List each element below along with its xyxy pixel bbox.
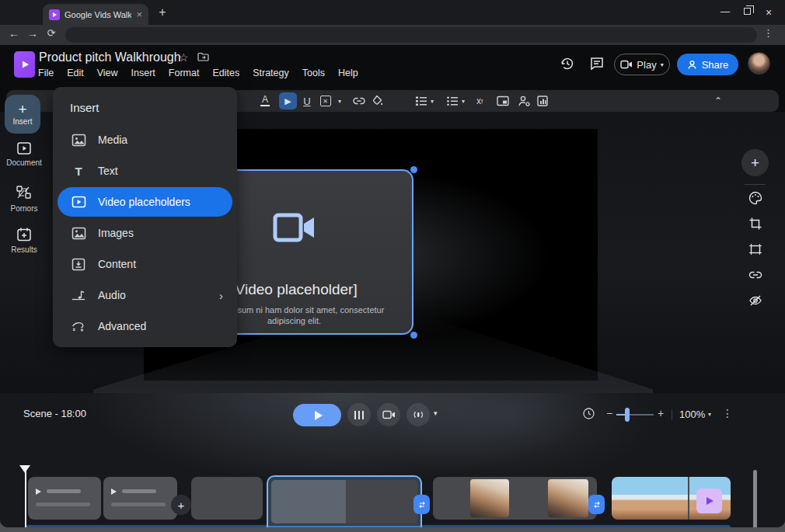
timeline-clip-slide-2[interactable] <box>103 477 177 520</box>
menu-item-audio[interactable]: Audio › <box>53 280 237 311</box>
selected-clip-audio <box>268 526 420 527</box>
sidebar-item-document[interactable]: Document <box>0 141 48 167</box>
menu-item-media[interactable]: Media <box>53 124 237 155</box>
menu-edit[interactable]: Edit <box>67 68 84 78</box>
new-tab-button[interactable]: + <box>155 5 169 19</box>
person-settings-icon[interactable] <box>515 90 532 112</box>
selection-handle[interactable] <box>410 332 417 339</box>
menu-format[interactable]: Format <box>169 68 200 78</box>
insert-menu: Insert Media T Text Video placeholders I… <box>53 87 237 347</box>
sidebar-item-label: Results <box>11 245 37 254</box>
record-video-button[interactable] <box>377 403 400 426</box>
stock-video-tile <box>696 489 722 513</box>
numbered-list-icon[interactable] <box>413 90 429 112</box>
menu-file[interactable]: File <box>38 68 54 78</box>
menu-item-video-placeholders[interactable]: Video placeholders <box>53 186 237 217</box>
record-options-caret-icon[interactable]: ▾ <box>434 409 438 417</box>
forward-icon[interactable]: → <box>25 27 40 40</box>
menu-view[interactable]: View <box>97 68 118 78</box>
timeline-menu-icon[interactable]: ⋮ <box>722 407 733 419</box>
star-icon[interactable]: ☆ <box>179 51 189 64</box>
move-folder-icon[interactable] <box>197 52 209 61</box>
text-color-icon[interactable]: A <box>258 90 272 112</box>
sidebar-item-label: Insert <box>12 117 32 126</box>
play-icon <box>706 497 713 505</box>
vertical-scrollbar[interactable] <box>753 470 757 527</box>
timeline-duration-icon[interactable] <box>582 407 595 420</box>
reload-icon[interactable]: ⟳ <box>44 27 59 39</box>
sidebar-item-results[interactable]: Results <box>0 227 48 254</box>
underline-icon[interactable]: U <box>300 90 314 112</box>
images-icon <box>70 227 87 240</box>
sidebar-item-pornors[interactable]: Pornors <box>0 184 48 213</box>
text-box-icon[interactable]: ✕ <box>319 90 332 112</box>
share-button[interactable]: Share <box>677 54 738 75</box>
timeline-clip-video-2[interactable] <box>612 477 731 520</box>
picture-in-picture-icon[interactable] <box>495 90 511 112</box>
timeline-clip-empty[interactable] <box>191 477 263 520</box>
zoom-slider-handle[interactable] <box>625 408 630 422</box>
tab-title: Google Vids Walkthrough <box>65 10 131 19</box>
timeline-clip-video-1[interactable] <box>433 477 597 520</box>
window-minimize-button[interactable]: — <box>719 6 731 17</box>
sidebar-item-insert[interactable]: + Insert <box>5 95 40 134</box>
add-clip-button[interactable]: + <box>171 495 191 515</box>
menu-tools[interactable]: Tools <box>302 68 325 78</box>
zoom-value[interactable]: 100% <box>679 409 705 420</box>
add-scene-button[interactable]: + <box>741 149 769 176</box>
zoom-caret-icon[interactable]: ▾ <box>708 411 711 418</box>
text-box-caret-icon[interactable]: ▾ <box>336 90 344 112</box>
menu-item-content[interactable]: Content <box>53 249 237 280</box>
version-history-icon[interactable] <box>559 55 576 72</box>
transition-badge[interactable] <box>413 495 430 514</box>
zoom-slider[interactable] <box>616 414 654 416</box>
collapse-toolbar-icon[interactable]: ⌃ <box>710 90 727 112</box>
browser-tab[interactable]: Google Vids Walkthrough × <box>43 4 148 25</box>
transition-badge[interactable] <box>588 495 605 514</box>
zoom-in-button[interactable]: + <box>658 407 664 419</box>
divider <box>672 409 672 420</box>
fill-color-icon[interactable] <box>370 90 386 112</box>
resize-frame-icon[interactable] <box>747 242 764 257</box>
play-button[interactable]: Play ▾ <box>614 54 670 75</box>
bulleted-list-icon[interactable] <box>445 90 460 112</box>
menu-item-images[interactable]: Images <box>53 217 237 249</box>
zoom-out-button[interactable]: − <box>606 407 612 419</box>
window-close-button[interactable]: × <box>762 6 775 19</box>
bulleted-list-caret-icon[interactable]: ▾ <box>459 90 467 112</box>
play-caret-icon: ▾ <box>661 61 664 68</box>
menu-help[interactable]: Help <box>338 68 358 78</box>
comments-icon[interactable] <box>588 55 605 72</box>
insert-link-icon[interactable] <box>351 90 367 112</box>
menu-insert[interactable]: Insert <box>131 68 155 78</box>
timeline-clip-selected[interactable] <box>267 475 422 527</box>
palette-icon[interactable] <box>747 190 764 206</box>
account-avatar[interactable] <box>748 52 770 75</box>
play-tool-icon-selected[interactable]: ▶ <box>279 92 297 110</box>
timeline-clip-slide-1[interactable] <box>28 477 101 520</box>
back-icon[interactable]: ← <box>6 27 22 40</box>
submenu-chevron-icon: › <box>219 289 223 302</box>
selection-handle[interactable] <box>410 166 417 173</box>
menu-edites[interactable]: Edites <box>212 68 239 78</box>
timeline-play-button[interactable] <box>293 404 341 426</box>
slide-text-line <box>47 489 81 493</box>
menu-item-advanced[interactable]: Advanced <box>53 311 237 342</box>
browser-menu-icon[interactable]: ⋮ <box>763 27 773 39</box>
hide-eye-off-icon[interactable] <box>747 293 764 308</box>
address-bar[interactable] <box>65 27 757 43</box>
record-audio-button[interactable] <box>406 403 430 426</box>
document-title[interactable]: Product pitch Walkhrough <box>39 50 181 64</box>
menu-item-text[interactable]: T Text <box>53 155 237 186</box>
numbered-list-caret-icon[interactable]: ▾ <box>428 90 436 112</box>
menu-strategy[interactable]: Strategy <box>253 68 289 78</box>
superscript-icon[interactable]: xf <box>472 90 487 112</box>
chart-insert-icon[interactable] <box>535 90 550 112</box>
crop-icon[interactable] <box>747 216 764 231</box>
videocam-icon <box>272 211 317 244</box>
tab-close-icon[interactable]: × <box>136 9 142 20</box>
vids-logo[interactable] <box>14 51 35 78</box>
link-icon[interactable] <box>747 267 764 283</box>
window-restore-button[interactable] <box>741 6 753 15</box>
timeline-pause-button[interactable] <box>347 403 371 426</box>
